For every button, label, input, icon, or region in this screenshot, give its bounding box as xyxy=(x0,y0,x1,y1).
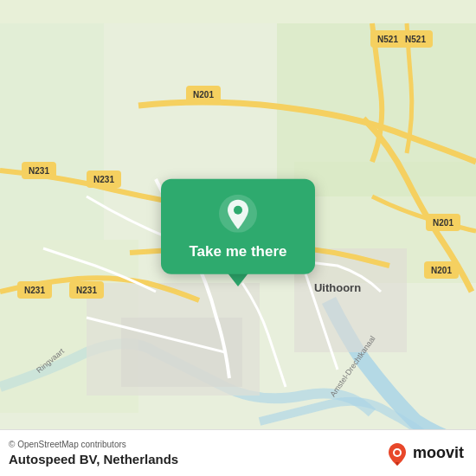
location-name: Autospeed BV, Netherlands xyxy=(9,452,178,466)
svg-rect-2 xyxy=(0,23,104,240)
popup-card[interactable]: Take me there xyxy=(161,179,315,274)
moovit-logo: moovit xyxy=(385,441,464,466)
svg-text:N231: N231 xyxy=(24,286,45,295)
svg-text:N231: N231 xyxy=(76,286,97,295)
svg-text:N201: N201 xyxy=(433,218,453,228)
map-container: N521 N521 N201 N201 N201 N231 N231 N231 … xyxy=(0,0,476,476)
svg-text:N201: N201 xyxy=(193,90,214,100)
moovit-brand-label: moovit xyxy=(413,444,464,462)
moovit-brand-icon xyxy=(385,441,409,466)
svg-point-34 xyxy=(395,450,400,455)
bottom-bar: © OpenStreetMap contributors Autospeed B… xyxy=(0,429,476,476)
svg-text:N231: N231 xyxy=(29,166,49,176)
svg-point-32 xyxy=(234,206,242,215)
copyright-text: © OpenStreetMap contributors xyxy=(9,440,178,449)
svg-text:Uithoorn: Uithoorn xyxy=(314,281,361,294)
svg-text:N231: N231 xyxy=(93,175,114,184)
svg-text:N201: N201 xyxy=(431,266,452,275)
take-me-there-button[interactable]: Take me there xyxy=(189,243,286,261)
bottom-left-info: © OpenStreetMap contributors Autospeed B… xyxy=(9,440,178,466)
location-pin-icon xyxy=(219,195,257,233)
svg-text:N521: N521 xyxy=(377,35,398,44)
svg-text:N521: N521 xyxy=(405,35,426,44)
